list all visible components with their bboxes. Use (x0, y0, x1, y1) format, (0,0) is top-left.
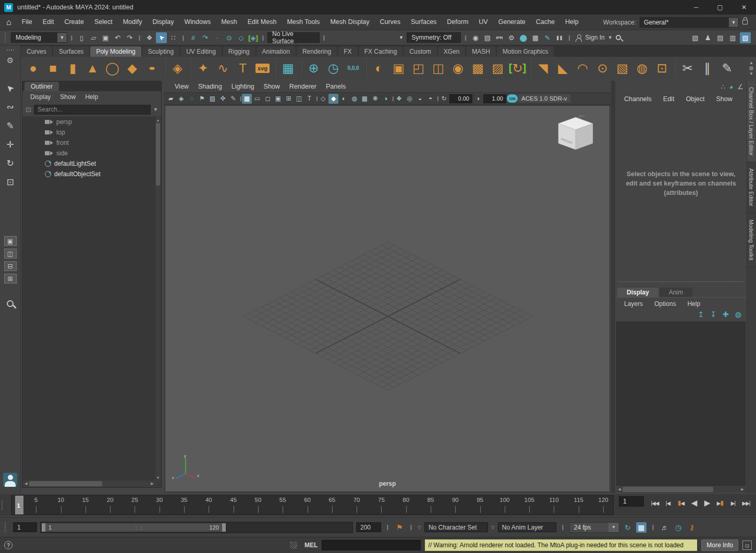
scrollbar-thumb[interactable] (29, 481, 102, 486)
animation-start-field[interactable]: 1 (13, 522, 37, 532)
mirror-icon[interactable]: ◫ (429, 59, 447, 78)
super-shape-icon[interactable]: ✦ (194, 59, 212, 78)
search-input[interactable] (34, 105, 151, 115)
character-set-field[interactable]: No Character Set (424, 522, 488, 532)
move-layer-up-icon[interactable]: ↥ (698, 310, 704, 318)
move-layer-down-icon[interactable]: ↧ (710, 310, 716, 318)
smooth-shade-icon[interactable]: ◆ (328, 94, 338, 104)
shelf-tab-fx-caching[interactable]: FX Caching (359, 46, 403, 57)
render-view-icon[interactable]: ◉ (470, 32, 481, 43)
spherize-icon[interactable]: ◍ (633, 59, 651, 78)
pause-viewport-icon[interactable]: ❚❚ (554, 32, 565, 43)
filter-icon[interactable]: ⊡ (26, 106, 31, 114)
fill-hole-icon[interactable]: ▧ (613, 59, 631, 78)
chevron-down-icon[interactable]: ▼ (153, 107, 158, 112)
undo-icon[interactable]: ↶ (112, 32, 123, 43)
menu-surfaces[interactable]: Surfaces (406, 15, 442, 30)
split-pane-layout-button[interactable]: ⊟ (4, 261, 17, 271)
side-tab-modeling-toolkit[interactable]: Modeling Toolkit (747, 213, 755, 267)
chevron-down-icon[interactable]: ▼ (396, 33, 406, 42)
collapse-separator[interactable]: ❙ (315, 96, 318, 101)
channel-box-menu-object[interactable]: Object (681, 95, 709, 103)
section-grip[interactable] (5, 523, 8, 532)
display-layer-list[interactable] (616, 322, 746, 486)
sign-in-dropdown[interactable]: Sign In ▼ (574, 34, 614, 41)
poly-torus-icon[interactable]: ◯ (103, 59, 121, 78)
shelf-tab-uv-editing[interactable]: UV Editing (180, 46, 222, 57)
shelf-tab-rigging[interactable]: Rigging (223, 46, 255, 57)
menu-set-dropdown[interactable]: Modeling ▼ (11, 32, 67, 43)
set-current-time-icon[interactable]: ◷ (324, 59, 343, 78)
transform-component-icon[interactable]: ⊡ (653, 59, 671, 78)
shelf-tab-surfaces[interactable]: Surfaces (53, 46, 89, 57)
menu-edit[interactable]: Edit (38, 15, 59, 30)
channel-sliders-icon[interactable]: ∴ (721, 83, 725, 91)
lock-workspace-icon[interactable] (742, 20, 748, 24)
menu-mesh-display[interactable]: Mesh Display (325, 15, 374, 30)
contrast-field[interactable]: 1.00 (483, 94, 506, 103)
grease-pencil-icon[interactable]: ✎ (228, 94, 238, 104)
viewport-menu-renderer[interactable]: Renderer (285, 83, 321, 90)
outliner-menu-display[interactable]: Display (27, 93, 54, 101)
shelf-tab-fx[interactable]: FX (338, 46, 357, 57)
toolbox-grip[interactable] (7, 50, 14, 51)
gear-icon[interactable]: ⚙ (7, 56, 14, 65)
shelf-tab-animation[interactable]: Animation (257, 46, 296, 57)
shelf-tab-curves[interactable]: Curves (21, 46, 52, 57)
panel-splitter[interactable] (611, 81, 615, 493)
select-by-object-icon[interactable]: ➤ (156, 32, 167, 43)
time-slider[interactable]: 5101520253035404550556065707580859095100… (11, 495, 614, 515)
step-back-frame-button[interactable]: |◀ (662, 498, 674, 508)
paint-effects-icon[interactable]: ✎ (542, 32, 553, 43)
scroll-left-icon[interactable]: ◀ (23, 481, 29, 487)
single-pane-layout-button[interactable]: ▣ (4, 236, 17, 246)
collapse-separator[interactable]: ❙ (70, 32, 73, 43)
poly-sphere-icon[interactable]: ● (24, 59, 42, 78)
shelf-tab-custom[interactable]: Custom (404, 46, 436, 57)
poly-cube-icon[interactable]: ■ (44, 59, 62, 78)
character-controls-toggle[interactable]: ♟ (702, 32, 713, 43)
remesh-icon[interactable]: [↻] (508, 59, 527, 78)
lasso-tool[interactable]: ∾ (3, 99, 18, 115)
snap-to-curve-icon[interactable]: ↷ (200, 32, 211, 43)
combine-icon[interactable]: ▣ (389, 59, 408, 78)
exposure-icon[interactable]: ↻ (439, 94, 449, 104)
scrollbar-thumb[interactable] (623, 487, 713, 492)
screen-space-ao-icon[interactable]: ❖ (394, 94, 404, 104)
resize-grip-icon[interactable] (290, 542, 297, 549)
section-grip[interactable] (2, 500, 5, 510)
bevel-icon[interactable]: ◣ (554, 59, 572, 78)
layer-horizontal-scrollbar[interactable]: ◀ ▶ (616, 486, 746, 493)
menu-create[interactable]: Create (59, 15, 89, 30)
workspace-dropdown[interactable]: General* ▼ (640, 17, 739, 28)
outliner-vertical-scrollbar[interactable]: ▲ ▼ (155, 117, 161, 481)
circularize-icon[interactable]: ⊙ (593, 59, 612, 78)
resolution-gate-icon[interactable]: ◻ (263, 94, 273, 104)
shadows-icon[interactable]: ◑ (381, 94, 391, 104)
viewport-menu-shading[interactable]: Shading (193, 83, 227, 90)
motion-blur-icon[interactable]: ◎ (405, 94, 414, 104)
textured-icon[interactable]: ◍ (349, 94, 359, 104)
search-commands-icon[interactable] (616, 35, 621, 40)
viewport-canvas[interactable]: FRONT RIGHT y x z persp (165, 105, 610, 492)
camera-selection-icon[interactable]: ▰ (166, 94, 176, 104)
minimize-button[interactable]: ─ (684, 0, 708, 15)
fps-dropdown[interactable]: 24 fps ▼ (569, 522, 619, 533)
open-scene-icon[interactable]: ▱ (88, 32, 99, 43)
construction-plane-icon[interactable]: ⊕ (304, 59, 323, 78)
shelf-scroll-handle[interactable] (749, 66, 753, 70)
grid-toggle-icon[interactable]: ▦ (242, 94, 252, 104)
svg-tool-icon[interactable]: svg (253, 59, 272, 78)
merge-to-center-icon[interactable]: ◉ (449, 59, 467, 78)
extrude-icon[interactable]: ◥ (534, 59, 552, 78)
step-back-key-button[interactable]: ▮◀ (675, 498, 687, 508)
bookmark-icon[interactable]: ⚑ (197, 94, 207, 104)
play-forwards-button[interactable]: ▶ (701, 498, 713, 508)
2d-pan-zoom-icon[interactable]: ✜ (218, 94, 228, 104)
platonic-solid-icon[interactable]: ◈ (168, 59, 187, 78)
scroll-up-icon[interactable]: ▲ (155, 117, 161, 123)
lock-camera-icon[interactable]: ◈ (176, 94, 186, 104)
collapse-separator[interactable]: ❙ (464, 32, 467, 43)
scrollbar-thumb[interactable] (156, 123, 160, 186)
outliner-item-front[interactable]: front (23, 138, 155, 148)
